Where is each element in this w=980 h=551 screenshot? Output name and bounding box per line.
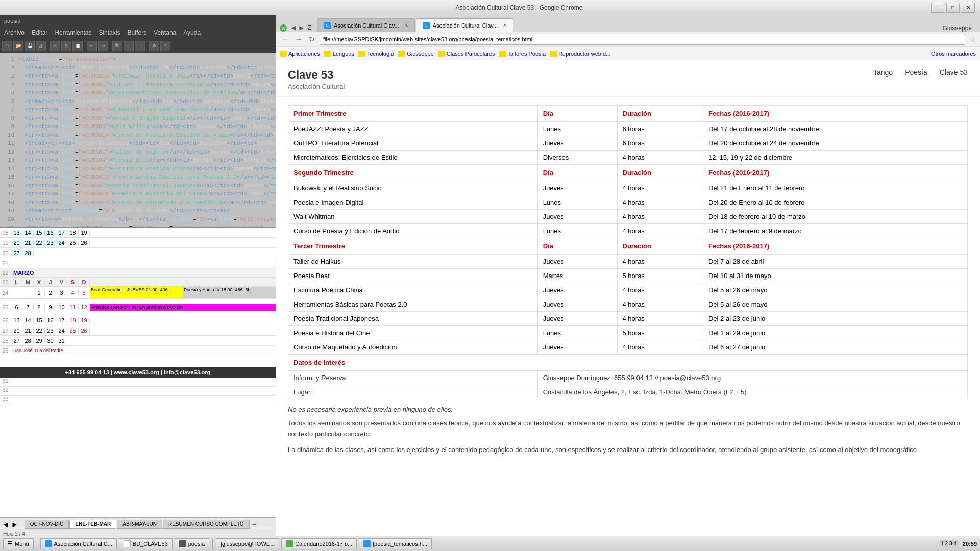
week-22: 22 <box>0 270 11 276</box>
add-sheet-btn[interactable]: + <box>252 520 256 529</box>
week-29: 29 <box>0 347 11 354</box>
tb-save[interactable]: 💾 <box>24 41 35 51</box>
day-cell: 29 <box>34 338 45 344</box>
tab-resumen[interactable]: RESUMEN CURSO COMPLETO <box>163 520 250 529</box>
day-cell: 23 <box>45 240 56 246</box>
taskbar-asociacion[interactable]: Asociación Cultural C... <box>40 538 117 549</box>
day-cell: 2 <box>45 290 56 296</box>
tb-open[interactable]: 📂 <box>13 41 23 51</box>
chrome-tab-2[interactable]: C Asociación Cultural Clav... ✕ <box>416 18 514 32</box>
menu-buffers[interactable]: Buffers <box>127 29 146 36</box>
lugar-row: Lugar: Costanilla de los Ángeles, 2, Esc… <box>288 385 968 399</box>
minimize-btn[interactable]: — <box>931 3 944 13</box>
day-cell: 14 <box>22 317 34 323</box>
tb-settings[interactable]: ⚙ <box>149 41 159 51</box>
bm-reproductor[interactable]: Reproductor web d... <box>550 51 610 57</box>
nav-tango[interactable]: Tango <box>873 68 893 77</box>
bookmark-star[interactable]: ☆ <box>969 35 976 43</box>
taskbar: ☰ Menú Asociación Cultural C... BD_CLAVE… <box>0 536 980 551</box>
week-20: 20 <box>0 250 11 256</box>
taskbar-calendar[interactable]: Calendario2016-17.o... <box>281 538 357 549</box>
taskbar-menu[interactable]: ☰ Menú <box>3 538 34 549</box>
menu-archivo[interactable]: Archivo <box>4 29 24 36</box>
taskbar-tematicos[interactable]: |poesia_tematicos.h... <box>359 538 432 549</box>
taskbar-poesia[interactable]: poesia <box>175 538 209 549</box>
taskbar-bd[interactable]: BD_CLAVE53 <box>119 538 173 549</box>
tab-close-1[interactable]: ✕ <box>404 22 408 28</box>
tb-cut[interactable]: ✂ <box>50 41 60 51</box>
menu-sintaxis[interactable]: Sintaxis <box>99 29 120 36</box>
day-cell: 27 <box>11 338 22 344</box>
nav-poesia[interactable]: Poesía <box>905 68 927 77</box>
forward-btn[interactable]: → <box>293 34 304 45</box>
back-btn[interactable]: ← <box>280 34 291 45</box>
tab-ene-feb-mar[interactable]: ENE-FEB-MAR <box>69 520 116 529</box>
menu-ayuda[interactable]: Ayuda <box>183 29 201 36</box>
week-18: 18 <box>0 230 11 236</box>
chrome-tab-1[interactable]: C Asociación Cultural Clav... ✕ <box>317 18 415 32</box>
taskbar-tematicos-icon <box>363 540 371 547</box>
tab-oct-nov-dic[interactable]: OCT-NOV-DIC <box>24 520 69 529</box>
window-controls[interactable]: — □ ✕ <box>931 3 975 13</box>
day-cell: 17 <box>56 230 67 236</box>
editor-content: 1<table class="horariotaller"> 2<thead><… <box>0 53 276 227</box>
bm-talleres[interactable]: Talleres Poesia <box>499 51 546 57</box>
tab-scroll-right[interactable]: ► <box>11 520 18 529</box>
tab-label-2: Asociación Cultural Clav... <box>433 22 498 29</box>
bm-tecnologia[interactable]: Tecnología <box>358 51 394 57</box>
nav-clave53[interactable]: Clave 53 <box>940 68 968 77</box>
chrome-nav-next[interactable]: ► <box>298 23 305 32</box>
day-cell: 13 <box>11 317 22 323</box>
tb-back[interactable]: ← <box>124 41 134 51</box>
tb-redo[interactable]: ↪ <box>98 41 108 51</box>
taskbar-editor-icon <box>179 540 186 547</box>
bm-otros[interactable]: Otros marcadores <box>931 51 976 57</box>
whatsapp-icon: W <box>280 24 287 32</box>
day-header-v: V <box>56 279 67 285</box>
tab-close-2[interactable]: ✕ <box>503 22 507 28</box>
bm-aplicaciones[interactable]: Aplicaciones <box>280 51 320 57</box>
taskbar-email[interactable]: |giusseppe@TOWE... <box>216 538 279 549</box>
menu-herramientas[interactable]: Herramientas <box>55 29 91 36</box>
day-header-j: J <box>45 279 56 285</box>
day-header-s: S <box>67 279 79 285</box>
week-24: 24 <box>0 290 11 296</box>
day-cell: 30 <box>45 338 56 344</box>
tab-scroll-left[interactable]: ◄ <box>2 520 9 529</box>
day-cell: 31 <box>56 338 67 344</box>
footer-info: +34 655 99 04 13 | www.clave53.org | inf… <box>0 367 276 378</box>
close-btn[interactable]: ✕ <box>962 3 975 13</box>
body-text-1: Todos los seminarios son presentados con… <box>288 418 968 440</box>
tb-undo[interactable]: ↩ <box>87 41 97 51</box>
bm-giusseppe[interactable]: Giusseppe <box>398 51 434 57</box>
menu-editar[interactable]: Editar <box>32 29 47 36</box>
tb-fwd[interactable]: → <box>135 41 145 51</box>
bm-lenguas[interactable]: Lenguas <box>324 51 354 57</box>
site-title: Clave 53 <box>288 68 345 82</box>
tb-print[interactable]: 🖨 <box>36 41 46 51</box>
page-content: Clave 53 Asociación Cultural Tango Poesí… <box>276 60 980 551</box>
tab-abr-may-jun[interactable]: ABR-MAY-JUN <box>117 520 162 529</box>
tb-new[interactable]: □ <box>2 41 12 51</box>
day-cell: 14 <box>22 230 34 236</box>
maximize-btn[interactable]: □ <box>946 3 960 13</box>
tb-copy[interactable]: ⎘ <box>61 41 71 51</box>
tb-help[interactable]: ? <box>160 41 170 51</box>
week-26: 26 <box>0 317 11 323</box>
course-haikus: Taller de Haikus Jueves 4 horas Del 7 al… <box>288 255 968 269</box>
week-27: 27 <box>0 328 11 334</box>
course-herramientas: Herramientas Básicas para Poetas 2.0 Jue… <box>288 297 968 312</box>
url-bar[interactable]: file:///media/GSPDISK/jmdomin/web-sites/… <box>320 34 965 45</box>
tb-search[interactable]: 🔍 <box>112 41 122 51</box>
bm-clases[interactable]: Clases Particulares <box>438 51 495 57</box>
chrome-nav-prev[interactable]: ◄ <box>290 23 297 32</box>
reload-btn[interactable]: ↻ <box>306 34 317 45</box>
menu-ventana[interactable]: Ventana <box>154 29 176 36</box>
editor-titlebar: poesia <box>0 15 276 27</box>
week-23: 23 <box>0 279 11 285</box>
primer-trimestre-fechas: Fechas (2016-2017) <box>703 106 967 122</box>
day-cell: 21 <box>22 240 34 246</box>
day-cell: 6 <box>11 304 22 310</box>
course-audio: Curso de Poesía y Edición de Audio Lunes… <box>288 224 968 238</box>
tb-paste[interactable]: 📋 <box>72 41 83 51</box>
